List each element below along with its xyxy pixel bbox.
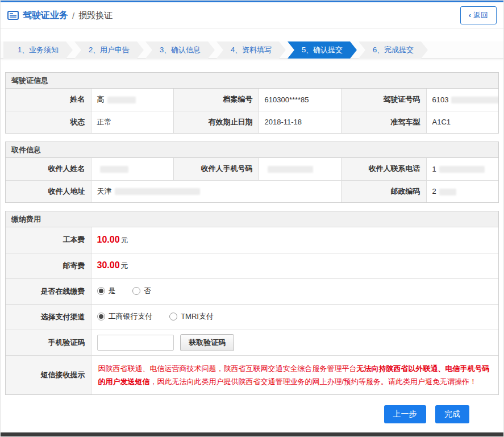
postage-fee-label: 邮寄费: [6, 253, 91, 278]
redacted-text: [115, 188, 200, 195]
online-pay-no-label: 否: [144, 286, 151, 296]
file-no-label: 档案编号: [173, 89, 259, 111]
name-value: 高: [91, 89, 173, 111]
redacted-text: [439, 166, 485, 173]
breadcrumb-separator: /: [72, 11, 74, 20]
finish-button[interactable]: 完成: [435, 405, 469, 423]
table-row: 工本费 10.00元: [6, 227, 498, 253]
postage-amount: 30.00: [97, 260, 120, 270]
license-info-panel: 驾驶证信息 姓名 高 档案编号 610300****85 驾驶证号码 6103 …: [5, 72, 499, 134]
sms-code-input[interactable]: [97, 335, 174, 351]
step-2-declaration: 2、用户申告: [74, 41, 144, 59]
fees-table: 工本费 10.00元 邮寄费 30.00元 是否在线缴费 是 否 选择支付渠道 …: [6, 227, 498, 394]
footer-bar: [1, 432, 503, 436]
radio-checked-icon: [97, 287, 105, 295]
table-row: 状态 正常 有效期止日期 2018-11-18 准驾车型 A1C1: [6, 111, 498, 133]
pickup-info-table: 收件人姓名 收件人手机号码 收件人联系电话 1 收件人地址 天津 邮政编码 2: [6, 158, 498, 202]
table-row: 邮寄费 30.00元: [6, 253, 498, 278]
recipient-address-value: 天津: [91, 180, 341, 202]
license-info-table: 姓名 高 档案编号 610300****85 驾驶证号码 6103 状态 正常 …: [6, 89, 498, 133]
notice-part3: ，因此无法向此类用户提供陕西省交通管理业务的网上办理/预约等服务。请此类用户避免…: [150, 377, 477, 386]
page: 驾驶证业务 / 损毁换证 ‹返回 1、业务须知 2、用户申告 3、确认信息 4、…: [0, 0, 504, 437]
get-sms-code-button[interactable]: 获取验证码: [180, 334, 234, 351]
redacted-text: [439, 189, 456, 195]
prev-step-button[interactable]: 上一步: [384, 405, 426, 423]
fees-title: 缴纳费用: [6, 211, 498, 227]
online-pay-yes-radio[interactable]: 是: [97, 286, 116, 296]
action-buttons: 上一步 完成: [1, 395, 503, 423]
recipient-mobile-value: [259, 158, 341, 180]
cost-unit: 元: [121, 236, 128, 244]
table-row: 收件人姓名 收件人手机号码 收件人联系电话 1: [6, 158, 498, 180]
sms-code-row: 获取验证码: [91, 330, 498, 355]
vehicle-class-label: 准驾车型: [341, 111, 426, 133]
pickup-info-panel: 取件信息 收件人姓名 收件人手机号码 收件人联系电话 1 收件人地址 天津 邮政…: [5, 141, 499, 203]
file-no-value: 610300****85: [259, 89, 341, 111]
status-label: 状态: [6, 111, 91, 133]
radio-checked-icon: [97, 313, 105, 321]
redacted-text: [268, 166, 313, 173]
step-1-notice: 1、业务须知: [3, 41, 73, 59]
cost-fee-value: 10.00元: [91, 227, 498, 253]
table-row: 是否在线缴费 是 否: [6, 278, 498, 304]
step-nav: 1、业务须知 2、用户申告 3、确认信息 4、资料填写 5、确认提交 6、完成提…: [1, 41, 503, 59]
page-title: 驾驶证业务: [23, 10, 68, 22]
recipient-mobile-label: 收件人手机号码: [173, 158, 259, 180]
channel-tmri-radio[interactable]: TMRI支付: [169, 311, 214, 322]
cost-fee-label: 工本费: [6, 227, 91, 253]
sms-code-label: 手机验证码: [6, 330, 91, 355]
recipient-phone-value: 1: [426, 158, 498, 180]
table-row: 姓名 高 档案编号 610300****85 驾驶证号码 6103: [6, 89, 498, 111]
table-row: 短信接收提示 因陕西省联通、电信运营商技术问题，陕西省互联网交通安全综合服务管理…: [6, 355, 498, 394]
online-pay-no-radio[interactable]: 否: [132, 286, 151, 296]
fees-panel: 缴纳费用 工本费 10.00元 邮寄费 30.00元 是否在线缴费 是 否 选择…: [5, 211, 499, 395]
step-6-complete: 6、完成提交: [359, 41, 428, 59]
sms-notice-text: 因陕西省联通、电信运营商技术问题，陕西省互联网交通安全综合服务管理平台无法向持陕…: [91, 355, 498, 394]
pay-channel-label: 选择支付渠道: [6, 304, 91, 330]
postcode-value: 2: [426, 180, 498, 202]
status-value: 正常: [91, 111, 173, 133]
header: 驾驶证业务 / 损毁换证 ‹返回: [1, 2, 503, 29]
table-row: 选择支付渠道 工商银行支付 TMRI支付: [6, 304, 498, 330]
license-no-value: 6103: [426, 89, 498, 111]
recipient-name-label: 收件人姓名: [6, 158, 91, 180]
channel-tmri-label: TMRI支付: [181, 311, 214, 322]
cost-amount: 10.00: [97, 235, 120, 244]
license-no-label: 驾驶证号码: [341, 89, 426, 111]
radio-unchecked-icon: [132, 287, 140, 295]
license-info-title: 驾驶证信息: [6, 73, 498, 89]
license-card-icon: [7, 11, 19, 20]
notice-part1: 因陕西省联通、电信运营商技术问题，陕西省互联网交通安全综合服务管理平台: [98, 364, 357, 373]
postcode-label: 邮政编码: [341, 180, 426, 202]
expiry-value: 2018-11-18: [259, 111, 341, 133]
radio-unchecked-icon: [169, 313, 177, 321]
step-3-confirm-info: 3、确认信息: [145, 41, 215, 59]
name-label: 姓名: [6, 89, 91, 111]
online-pay-yes-label: 是: [109, 286, 116, 296]
redacted-text: [100, 166, 128, 173]
table-row: 手机验证码 获取验证码: [6, 330, 498, 355]
sms-notice-label: 短信接收提示: [6, 355, 91, 394]
online-pay-options: 是 否: [91, 278, 498, 304]
online-pay-label: 是否在线缴费: [6, 278, 91, 304]
postage-unit: 元: [121, 261, 128, 270]
table-row: 收件人地址 天津 邮政编码 2: [6, 180, 498, 202]
vehicle-class-value: A1C1: [426, 111, 498, 133]
expiry-label: 有效期止日期: [173, 111, 259, 133]
channel-icbc-label: 工商银行支付: [109, 311, 153, 322]
step-4-fill-info: 4、资料填写: [216, 41, 286, 59]
step-5-confirm-submit: 5、确认提交: [288, 41, 357, 59]
pickup-info-title: 取件信息: [6, 142, 498, 158]
recipient-phone-label: 收件人联系电话: [341, 158, 426, 180]
breadcrumb-current: 损毁换证: [78, 10, 113, 21]
recipient-name-value: [91, 158, 173, 180]
recipient-address-label: 收件人地址: [6, 180, 91, 202]
redacted-text: [107, 97, 136, 103]
postage-fee-value: 30.00元: [91, 253, 498, 278]
back-button[interactable]: ‹返回: [460, 6, 497, 24]
redacted-text: [451, 97, 498, 103]
back-arrow-icon: ‹: [469, 11, 471, 19]
back-label: 返回: [473, 11, 488, 19]
channel-icbc-radio[interactable]: 工商银行支付: [97, 311, 153, 322]
pay-channel-options: 工商银行支付 TMRI支付: [91, 304, 498, 330]
